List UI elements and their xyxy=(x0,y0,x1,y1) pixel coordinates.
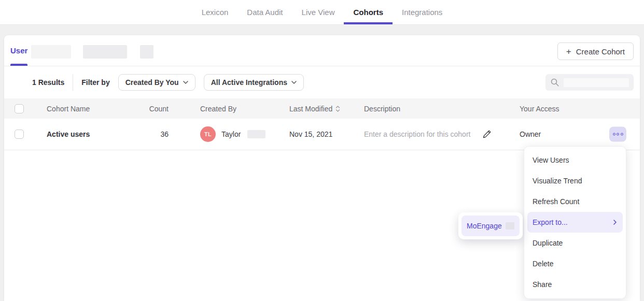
nav-label: Live View xyxy=(302,8,335,17)
pencil-icon xyxy=(482,129,492,139)
header-cohort-name: Cohort Name xyxy=(47,105,90,113)
chevron-right-icon xyxy=(613,220,617,225)
nav-label: Lexicon xyxy=(202,8,229,17)
plus-icon: + xyxy=(566,47,571,56)
top-navigation: Lexicon Data Audit Live View Cohorts Int… xyxy=(0,0,644,25)
created-by-dropdown-value: Created By You xyxy=(125,78,179,87)
chevron-down-icon xyxy=(183,81,188,84)
create-cohort-label: Create Cohort xyxy=(576,47,625,56)
row-overflow-menu-button[interactable] xyxy=(609,127,626,142)
menu-item-delete[interactable]: Delete xyxy=(527,253,623,274)
row-context-menu: View Users Visualize Trend Refresh Count… xyxy=(524,146,626,299)
tab-user-label: User xyxy=(10,46,27,55)
header-last-modified-label: Last Modified xyxy=(289,105,332,113)
divider xyxy=(73,74,73,91)
menu-item-refresh-count[interactable]: Refresh Count xyxy=(527,191,623,212)
header-created-by: Created By xyxy=(200,105,236,113)
menu-item-export-label: Export to... xyxy=(533,218,568,226)
table-row: Active users 36 TL Taylor Nov 15, 2021 E… xyxy=(4,119,640,150)
tab-user-underline xyxy=(10,64,27,66)
menu-item-visualize-trend[interactable]: Visualize Trend xyxy=(527,170,623,191)
description-placeholder[interactable]: Enter a description for this cohort xyxy=(364,130,470,138)
create-cohort-button[interactable]: + Create Cohort xyxy=(557,42,634,60)
menu-item-share[interactable]: Share xyxy=(527,274,623,295)
chevron-down-icon xyxy=(291,81,297,84)
search-icon xyxy=(550,78,559,87)
nav-item-integrations[interactable]: Integrations xyxy=(393,0,452,24)
cohort-count: 36 xyxy=(129,130,169,138)
ellipsis-icon xyxy=(617,133,619,136)
your-access-value: Owner xyxy=(520,130,541,138)
menu-item-view-users[interactable]: View Users xyxy=(527,150,623,170)
ellipsis-icon xyxy=(621,133,623,136)
created-by-cell: TL Taylor xyxy=(200,126,265,142)
header-your-access: Your Access xyxy=(520,105,559,113)
export-submenu: MoEngage xyxy=(458,212,523,239)
results-count: 1 Results xyxy=(32,78,64,87)
sort-arrows-icon xyxy=(335,105,340,112)
select-all-checkbox[interactable] xyxy=(15,104,24,113)
search-input[interactable] xyxy=(545,74,634,91)
filter-bar: 1 Results Filter by Created By You All A… xyxy=(4,66,640,98)
description-cell: Enter a description for this cohort xyxy=(364,129,492,139)
integrations-dropdown[interactable]: All Active Integrations xyxy=(204,74,304,91)
avatar: TL xyxy=(200,126,216,142)
nav-item-data-audit[interactable]: Data Audit xyxy=(237,0,292,24)
integrations-dropdown-value: All Active Integrations xyxy=(211,78,287,87)
submenu-moengage-label: MoEngage xyxy=(467,222,502,230)
created-by-name: Taylor xyxy=(221,130,241,138)
nav-label: Data Audit xyxy=(247,8,283,17)
header-count: Count xyxy=(129,105,169,113)
checkbox-icon xyxy=(15,130,24,139)
table-header-row: Cohort Name Count Created By Last Modifi… xyxy=(4,98,640,119)
redacted-tab-block xyxy=(83,45,127,59)
nav-item-lexicon[interactable]: Lexicon xyxy=(192,0,238,24)
redacted-tab-block xyxy=(140,45,153,59)
active-tab-underline xyxy=(344,22,393,24)
menu-item-export-to[interactable]: Export to... xyxy=(527,212,623,233)
filter-by-label: Filter by xyxy=(81,78,109,87)
header-description: Description xyxy=(364,105,400,113)
menu-item-duplicate[interactable]: Duplicate xyxy=(527,233,623,253)
header-last-modified-sort[interactable]: Last Modified xyxy=(289,105,340,113)
nav-item-live-view[interactable]: Live View xyxy=(292,0,344,24)
redacted-name-block xyxy=(247,130,265,138)
submenu-item-moengage[interactable]: MoEngage xyxy=(461,216,520,236)
redacted-tab-block xyxy=(31,45,71,59)
created-by-dropdown[interactable]: Created By You xyxy=(118,74,195,91)
tab-user[interactable]: User xyxy=(10,35,27,66)
nav-label: Integrations xyxy=(402,8,442,17)
nav-item-cohorts[interactable]: Cohorts xyxy=(344,0,393,24)
edit-description-button[interactable] xyxy=(482,129,492,139)
cohort-name-link[interactable]: Active users xyxy=(47,130,90,138)
cohort-type-tabbar: User + Create Cohort xyxy=(4,35,640,66)
ellipsis-icon xyxy=(613,133,615,136)
checkbox-icon xyxy=(15,104,24,113)
last-modified-date: Nov 15, 2021 xyxy=(289,130,332,138)
nav-label: Cohorts xyxy=(353,8,383,17)
row-checkbox[interactable] xyxy=(15,130,24,139)
redacted-submenu-block xyxy=(506,222,514,230)
redacted-search-text xyxy=(564,78,629,87)
